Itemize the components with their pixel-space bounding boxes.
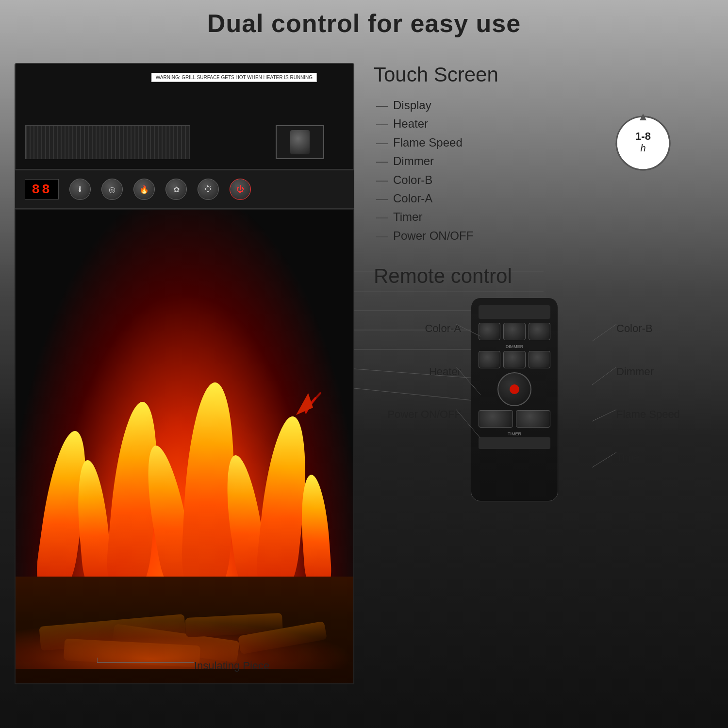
ts-label-power: Power ON/OFF xyxy=(393,227,713,245)
insulating-piece-label: Insulating Piece xyxy=(194,660,269,672)
ts-label-timer: Timer xyxy=(393,208,713,226)
remote-btn-speed[interactable] xyxy=(503,351,525,368)
log-base xyxy=(16,577,353,683)
control-panel-strip: 88 🌡 ◎ 🔥 ✿ ⏱ ⏻ xyxy=(15,170,354,209)
flame-display xyxy=(15,209,354,684)
remote-control-section: Remote control Color-A Heater Power ON/O… xyxy=(374,265,713,516)
remote-top-button[interactable] xyxy=(479,305,550,319)
remote-dimmer-label: DIMMER xyxy=(479,344,550,349)
rc-label-power-onoff: Power ON/OFF xyxy=(374,403,461,426)
remote-signal-icon xyxy=(281,379,330,417)
power-icon: ⏻ xyxy=(236,185,244,194)
remote-btn-color-a[interactable] xyxy=(479,323,500,340)
rc-label-color-b: Color-B xyxy=(616,317,713,340)
timer-badge-svg: 1-8 h xyxy=(612,112,675,175)
warning-label: WARNING: GRILL SURFACE GETS HOT WHEN HEA… xyxy=(151,73,317,82)
insulating-piece-connector xyxy=(97,658,194,667)
temp-up-button[interactable]: 🌡 xyxy=(69,179,91,200)
remote-btn-down[interactable] xyxy=(479,410,513,428)
remote-btn-color-b[interactable] xyxy=(529,323,550,340)
fireplace-product: WARNING: GRILL SURFACE GETS HOT WHEN HEA… xyxy=(15,63,354,684)
flame-button[interactable]: 🔥 xyxy=(133,179,155,200)
svg-line-6 xyxy=(456,367,480,395)
rc-label-color-a: Color-A xyxy=(374,317,461,340)
power-button[interactable]: ⏻ xyxy=(230,179,251,200)
svg-line-11 xyxy=(592,452,616,467)
page-title: Dual control for easy use xyxy=(0,9,728,38)
svg-line-10 xyxy=(592,410,616,421)
rc-label-dimmer: Dimmer xyxy=(616,360,713,383)
remote-right-labels: Color-B Dimmer Flame Speed Timer xyxy=(616,317,713,469)
remote-timer-label: TIMER xyxy=(479,431,550,436)
svg-marker-0 xyxy=(296,393,313,415)
timer-badge-container: 1-8 h xyxy=(612,112,675,177)
svg-line-9 xyxy=(592,367,616,385)
remote-btn-row-2 xyxy=(479,351,550,368)
svg-text:1-8: 1-8 xyxy=(635,130,651,142)
fan-button[interactable]: ◎ xyxy=(101,179,123,200)
remote-control-device: DIMMER TIMER xyxy=(471,298,558,501)
color-button[interactable]: ✿ xyxy=(165,179,187,200)
rc-label-timer: Timer xyxy=(616,446,713,469)
left-connector-lines xyxy=(456,298,480,492)
remote-btn-row-1 xyxy=(479,323,550,340)
remote-btn-row-3 xyxy=(479,410,550,428)
fan-icon: ◎ xyxy=(109,185,116,194)
svg-line-7 xyxy=(456,410,480,438)
timer-button[interactable]: ⏱ xyxy=(198,179,219,200)
remote-center-dot xyxy=(510,384,519,394)
rc-label-flame-speed: Flame Speed xyxy=(616,403,713,426)
svg-line-8 xyxy=(592,324,616,341)
color-icon: ✿ xyxy=(173,185,180,194)
vent-grill xyxy=(25,125,190,159)
switch-knob xyxy=(290,130,310,154)
led-display: 88 xyxy=(25,179,59,199)
remote-left-labels: Color-A Heater Power ON/OFF xyxy=(374,317,461,426)
ts-label-color-a: Color-A xyxy=(393,189,713,208)
remote-btn-heat[interactable] xyxy=(479,351,500,368)
flame-icon: 🔥 xyxy=(139,185,149,194)
remote-btn-power-2[interactable] xyxy=(516,410,550,428)
touch-screen-section: Touch Screen Display Heater Flame Speed … xyxy=(374,63,713,245)
power-switch[interactable] xyxy=(276,125,324,159)
remote-center-dial[interactable] xyxy=(497,372,531,406)
remote-layout: Color-A Heater Power ON/OFF DIMMER xyxy=(374,298,713,516)
right-connector-lines xyxy=(592,298,616,492)
svg-line-5 xyxy=(456,324,480,336)
remote-timer-button[interactable] xyxy=(479,437,550,449)
rc-label-heater: Heater xyxy=(374,360,461,383)
timer-icon: ⏱ xyxy=(204,185,212,194)
right-annotation-panel: Touch Screen Display Heater Flame Speed … xyxy=(374,63,713,516)
remote-btn-fan-2[interactable] xyxy=(529,351,550,368)
remote-btn-plus[interactable] xyxy=(503,323,525,340)
fireplace-top-panel: WARNING: GRILL SURFACE GETS HOT WHEN HEA… xyxy=(15,63,354,170)
touch-screen-title: Touch Screen xyxy=(374,63,713,86)
svg-text:h: h xyxy=(640,143,645,153)
temp-icon: 🌡 xyxy=(76,185,84,194)
remote-control-title: Remote control xyxy=(374,265,713,288)
